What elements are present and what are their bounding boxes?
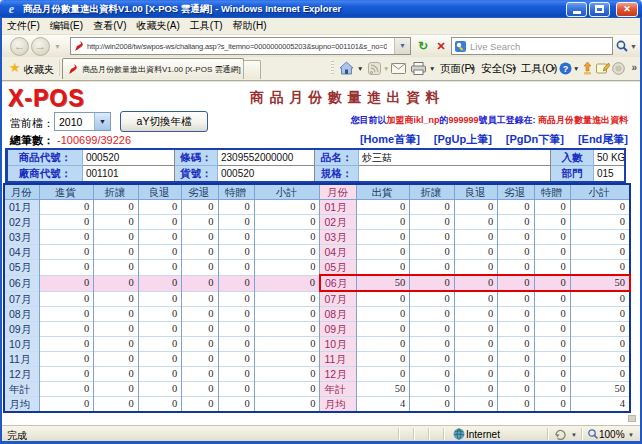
zoom-dropdown-icon[interactable]: ▼ [628, 432, 634, 438]
table-row-11月: 11月00000011月000000 [4, 352, 630, 367]
form-value[interactable]: 000520 [218, 166, 315, 183]
back-button[interactable]: ← [10, 37, 29, 56]
form-label: 條碼： [175, 149, 218, 166]
cell-out-2: 0 [454, 337, 497, 352]
mail-icon[interactable] [391, 63, 406, 74]
window-border-left [0, 18, 2, 441]
cell-out-2: 0 [454, 397, 497, 413]
maximize-button[interactable] [589, 2, 610, 17]
table-row-03月: 03月00000003月000000 [4, 230, 630, 245]
addon-icon-3[interactable] [612, 62, 625, 75]
menu-item-3[interactable]: 收藏夹(A) [131, 18, 184, 34]
cell-out-4: 0 [534, 382, 570, 397]
search-button-icon[interactable] [615, 39, 629, 53]
record-count-value: -100699/39226 [57, 134, 131, 146]
tools-dropdown-icon[interactable]: ▼ [550, 65, 556, 72]
nav-link-3[interactable]: [End尾筆] [578, 133, 628, 145]
minimize-button[interactable] [566, 2, 587, 17]
print-icon[interactable] [411, 62, 426, 75]
form-value[interactable]: 炒三菇 [359, 149, 551, 166]
print-dropdown-icon[interactable]: ▼ [429, 65, 435, 72]
month-label-in: 年計 [4, 382, 39, 397]
cell-in-4: 0 [218, 382, 254, 397]
form-label: 入數 [551, 149, 594, 166]
switch-year-button[interactable]: aY切換年檔 [120, 111, 208, 132]
close-button[interactable]: ✕ [616, 2, 638, 17]
cell-in-5: 0 [254, 215, 320, 230]
help-icon[interactable]: ? [559, 62, 572, 75]
menu-item-0[interactable]: 文件(F) [2, 18, 45, 34]
header-in-6: 小計 [254, 184, 320, 200]
cell-out-2: 0 [454, 382, 497, 397]
search-dropdown-icon[interactable]: ▼ [630, 43, 637, 50]
form-value[interactable] [359, 166, 551, 183]
cell-out-0: 0 [356, 230, 410, 245]
stop-button[interactable]: ✕ [433, 38, 449, 54]
form-label: 規格： [315, 166, 359, 183]
home-dropdown-icon[interactable]: ▼ [357, 65, 363, 72]
address-bar: ← → ▼ http://win2008/tw/swpos-ws/chalian… [2, 35, 640, 57]
cell-out-3: 0 [498, 291, 534, 307]
toolbar-overflow-chevron[interactable]: » [631, 62, 637, 73]
month-label-in: 11月 [4, 352, 39, 367]
cell-out-1: 0 [410, 337, 454, 352]
year-select[interactable]: 2010 ▼ [54, 112, 111, 131]
form-value[interactable]: 000520 [83, 149, 175, 166]
cell-in-2: 0 [138, 367, 181, 382]
protected-mode-icon[interactable] [554, 428, 567, 440]
search-box[interactable]: Live Search [451, 37, 613, 55]
help-dropdown-icon[interactable]: ▼ [573, 65, 579, 72]
monthly-io-table: 月份進貨折讓良退劣退特贈小計月份出貨折讓良退劣退特贈小計 01月00000001… [3, 183, 631, 413]
form-value[interactable]: 001101 [83, 166, 175, 183]
nav-link-0[interactable]: [Home首筆] [360, 133, 420, 145]
cell-out-1: 0 [410, 275, 454, 291]
page-dropdown-icon[interactable]: ▼ [469, 65, 475, 72]
history-dropdown-icon[interactable]: ▼ [54, 43, 61, 50]
cell-in-2: 0 [138, 291, 181, 307]
form-value[interactable]: 2309552000000 [218, 149, 315, 166]
month-label-out: 11月 [320, 352, 356, 367]
header-out-5: 特贈 [534, 184, 570, 200]
cell-out-3: 0 [498, 397, 534, 413]
cell-in-2: 0 [138, 200, 181, 215]
url-dropdown-icon[interactable]: ▼ [394, 38, 410, 54]
forward-button[interactable]: → [31, 37, 50, 56]
form-value[interactable]: 015 [594, 166, 625, 183]
internet-zone-icon [453, 428, 465, 440]
cell-in-0: 0 [39, 397, 94, 413]
cell-out-1: 0 [410, 397, 454, 413]
page-content: X-POS 商品月份數量進出資料 當前檔： 2010 ▼ aY切換年檔 您目前以… [2, 82, 640, 425]
month-label-in: 04月 [4, 245, 39, 260]
addon-icon-2[interactable] [596, 62, 610, 75]
url-field[interactable]: http://win2008/tw/swpos-ws/chaliang.asp?… [70, 37, 411, 55]
cell-in-5: 0 [254, 397, 320, 413]
addon-icon-1[interactable] [582, 62, 593, 75]
nav-link-2[interactable]: [PgDn下筆] [506, 133, 564, 145]
login-status-line: 您目前以加盟商ikl_np的999999號員工登錄在: 商品月份數量進出資料 [350, 114, 628, 127]
header-out-1: 出貨 [356, 184, 410, 200]
month-label-out: 年計 [320, 382, 356, 397]
menu-item-4[interactable]: 工具(T) [185, 18, 228, 34]
cell-out-0: 0 [356, 245, 410, 260]
cell-in-0: 0 [39, 291, 94, 307]
month-label-in: 10月 [4, 337, 39, 352]
command-bar: ▼ ▼ ▼ 页面(P) ▼ 安全(S) ▼ 工具(O) ▼ [2, 57, 640, 80]
menu-item-5[interactable]: 帮助(H) [228, 18, 272, 34]
header-in-4: 劣退 [182, 184, 218, 200]
refresh-button[interactable]: ↻ [415, 38, 431, 54]
home-icon[interactable] [339, 61, 354, 75]
product-form-body: 商品代號：000520條碼：2309552000000品名：炒三菇入數50 KG… [7, 149, 625, 182]
menu-item-1[interactable]: 编辑(E) [45, 18, 88, 34]
menu-item-2[interactable]: 查看(V) [88, 18, 131, 34]
protected-mode-dropdown-icon[interactable]: ▼ [571, 432, 577, 438]
safety-dropdown-icon[interactable]: ▼ [511, 65, 517, 72]
cell-in-0: 0 [39, 337, 94, 352]
year-select-dropdown-icon[interactable]: ▼ [94, 113, 110, 130]
form-value[interactable]: 50 KG [594, 149, 625, 166]
cell-out-5: 50 [570, 275, 630, 291]
cell-in-3: 0 [182, 215, 218, 230]
table-row-10月: 10月00000010月000000 [4, 337, 630, 352]
zoom-level: 100% [599, 429, 625, 440]
month-label-out: 03月 [320, 230, 356, 245]
nav-link-1[interactable]: [PgUp上筆] [434, 133, 492, 145]
